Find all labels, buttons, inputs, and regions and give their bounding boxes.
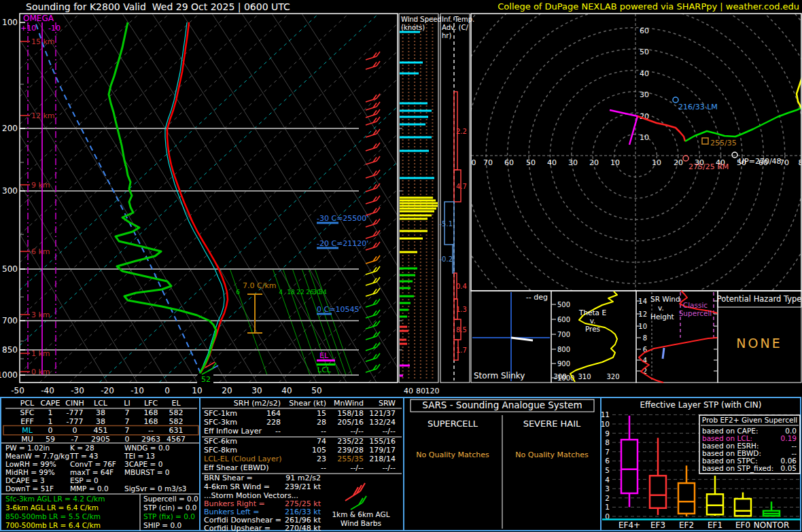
wind-speed-bar — [400, 330, 408, 332]
hodograph-ring-label: 60 — [640, 26, 649, 35]
advection-value: -5.1 — [439, 220, 453, 228]
thermo-value: MMP = 0.0 — [70, 484, 109, 493]
mixing-ratio-label: 6 — [236, 289, 240, 296]
pcl-header: LI — [124, 399, 130, 408]
stp-y-label: 6 — [605, 457, 610, 465]
wind-speed-bar — [400, 309, 408, 311]
hodograph-axis-label: 30 — [568, 158, 578, 167]
thermo-value: K = 28 — [70, 444, 94, 452]
omega-plus-label: +10 — [20, 24, 36, 33]
wind-barb-icon — [377, 170, 380, 175]
lapse-rate-value: 700-500mb LR = 6.4 C/km — [5, 521, 101, 529]
mixing-ratio-label: 4 — [279, 289, 283, 296]
pcl-cell: 0 — [48, 426, 53, 435]
kinematics-cell: --/-- — [350, 463, 364, 472]
kinematics-cell: 205/16 — [337, 418, 364, 427]
pcl-cell: 168 — [144, 417, 158, 426]
thermo-value: DCAPE = 3 — [5, 476, 45, 484]
wind-barb-icon — [377, 299, 380, 304]
wind-axis-label: 120 — [425, 387, 440, 395]
lapse-rate-label: 7.0 C/km — [243, 281, 276, 290]
pcl-cell: 7 — [125, 408, 130, 417]
kinematics-row-name: SFC-3km — [204, 418, 237, 427]
thetae-title: v. — [590, 317, 596, 325]
hodograph-trace-9-12km — [610, 110, 638, 145]
wind-barb-icon — [377, 196, 380, 200]
stp-legend-label: based on STP_fixed: — [702, 464, 773, 473]
srwind-blue-tick — [663, 348, 664, 359]
sars-hail-result: No Quality Matches — [515, 450, 589, 459]
storm-motion-row-value: 270/48 kt — [285, 524, 321, 532]
advection-value: 0.4 — [456, 283, 467, 290]
kinematics-cell: 74 — [317, 437, 326, 446]
srwind-y-label: 8 — [643, 334, 647, 342]
isotherm-line — [0, 14, 289, 383]
wind-speed-bar — [400, 268, 417, 270]
thermo-value: SigSvr = 0 m3/s3 — [124, 484, 187, 493]
pressure-label: 1000 — [0, 370, 18, 380]
stp-y-label: 3 — [605, 484, 610, 493]
wind-speed-bar — [400, 302, 411, 304]
thetae-curve — [570, 291, 617, 382]
composite-index-value: STP (fix) = 0.0 — [143, 512, 195, 520]
thermo-value: WNDG = 0.0 — [124, 444, 170, 452]
wind-speed-bar — [400, 177, 434, 179]
height-label: 3 km — [31, 311, 50, 319]
kinematics-cell: 23 — [317, 455, 326, 463]
thetae-x-label: 320 — [606, 373, 619, 380]
stp-box — [621, 440, 638, 493]
pcl-header: CAPE — [41, 399, 60, 408]
advection-value: 2.2 — [456, 128, 467, 135]
advection-value: 1.7 — [456, 347, 467, 354]
composite-index-value: STP (cin) = 0.0 — [143, 503, 196, 512]
pcl-cell: -- — [148, 426, 154, 435]
lapse-rate-value: 850-500mb LR = 5.5 C/km — [5, 512, 101, 520]
wind-speed-bar — [400, 218, 428, 220]
slinky-title: Storm Slinky — [474, 371, 525, 380]
pcl-header: LCL — [94, 399, 108, 408]
wind-speed-bar — [400, 281, 413, 283]
stp-legend-title: Prob EF2+ Given Supercell — [702, 416, 797, 424]
thermo-value: DownT = 51F — [5, 484, 54, 493]
pcl-cell: 4567 — [167, 435, 186, 444]
wind-speed-bar — [400, 62, 423, 64]
kinematics-extra-label: BRN Shear = — [204, 474, 253, 482]
dry-adiabat-line — [3, 14, 227, 383]
pcl-header: PCL — [20, 399, 35, 408]
pcl-cell: 7 — [125, 426, 130, 435]
wind-speed-bar — [400, 208, 436, 210]
wind-speed-bar — [400, 316, 407, 318]
thetae-y-label: 500 — [557, 301, 570, 308]
wind-speed-bar — [400, 251, 417, 253]
hodograph-ring — [422, 0, 802, 369]
dry-adiabat-line — [0, 14, 167, 383]
wind-barb-icon — [377, 288, 380, 293]
pcl-cell: 7 — [125, 417, 130, 426]
hodograph-ring-label: 40 — [640, 69, 649, 78]
thetae-x-label: 300 — [553, 373, 566, 380]
stp-category-label: EF3 — [650, 520, 665, 530]
kinematics-cell: 239/28 — [337, 446, 364, 455]
temp-axis-label: 50 — [311, 386, 321, 395]
pcl-cell: 2905 — [91, 435, 110, 444]
wind-barb-icon — [366, 66, 377, 69]
pcl-cell: 0 — [73, 426, 77, 435]
kinematics-cell: 255/35 — [337, 455, 364, 463]
pcl-cell: 2963 — [141, 435, 160, 444]
kinematics-cell: -- — [321, 463, 326, 472]
hodograph-axis-label: 60 — [504, 158, 514, 167]
temp-axis-label: 20 — [222, 386, 232, 395]
height-label: 9 km — [31, 181, 50, 190]
composite-index-value: Supercell = 0.0 — [143, 495, 198, 503]
srwind-title: v. — [658, 304, 664, 312]
dry-adiabat-line — [152, 14, 377, 383]
advection-title: Inf. Temp. — [442, 16, 474, 23]
kinematics-extra-value: 91 m2/s2 — [285, 474, 321, 482]
kinematics-cell: 228 — [266, 418, 281, 427]
pressure-label: 300 — [2, 186, 18, 196]
srwind-y-label: 12 — [638, 311, 647, 318]
pressure-label: 500 — [2, 264, 18, 274]
kinematics-cell: -- — [321, 427, 326, 436]
barb-caption: 1km & 6km AGL — [332, 510, 389, 518]
wind-axis-label: 80 — [416, 387, 425, 395]
